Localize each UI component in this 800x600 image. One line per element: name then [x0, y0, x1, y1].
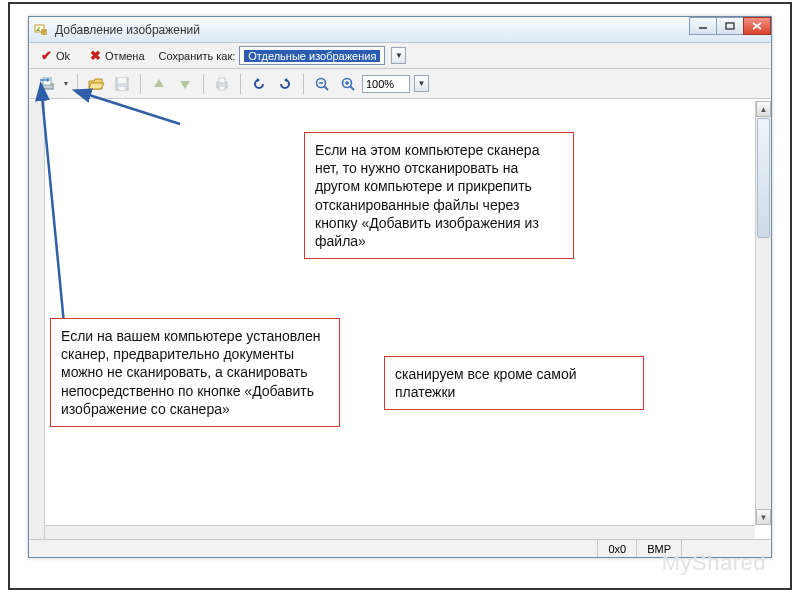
toolbar-image: ▼: [29, 69, 771, 99]
svg-marker-14: [154, 79, 164, 87]
zoom-value-box[interactable]: 100%: [362, 75, 410, 93]
save-as-combo[interactable]: Отдельные изображения: [239, 46, 385, 65]
scanner-dropdown[interactable]: ▼: [61, 72, 71, 96]
separator-icon: [77, 74, 78, 94]
separator-icon: [140, 74, 141, 94]
save-as-value: Отдельные изображения: [244, 50, 380, 62]
cancel-button[interactable]: ✖ Отмена: [84, 46, 150, 66]
svg-line-22: [325, 86, 329, 90]
app-icon: [33, 22, 49, 38]
zoom-dropdown-button[interactable]: ▼: [414, 75, 429, 92]
separator-icon: [203, 74, 204, 94]
ok-button[interactable]: ✔ Ok: [35, 46, 76, 66]
zoom-value: 100%: [366, 78, 394, 90]
watermark: MyShared: [662, 550, 766, 576]
save-as-group: Сохранить как: Отдельные изображения ▼: [159, 46, 407, 65]
maximize-button[interactable]: [716, 17, 744, 35]
svg-line-25: [351, 86, 355, 90]
scroll-down-button[interactable]: ▼: [756, 509, 771, 525]
combo-dropdown-button[interactable]: ▼: [391, 47, 406, 64]
check-icon: ✔: [41, 48, 52, 63]
zoom-in-button[interactable]: [336, 72, 360, 96]
status-dimensions: 0x0: [597, 540, 636, 557]
move-up-button[interactable]: [147, 72, 171, 96]
svg-rect-12: [118, 78, 126, 83]
window-title: Добавление изображений: [55, 23, 200, 37]
svg-marker-15: [180, 81, 190, 89]
svg-rect-2: [41, 29, 47, 35]
callout-has-scanner: Если на вашем компьютере установлен скан…: [50, 318, 340, 427]
slide-frame: Добавление изображений ✔ Ok ✖: [8, 2, 792, 590]
svg-marker-19: [257, 78, 260, 82]
window-controls: [690, 17, 771, 37]
callout-scan-note: сканируем все кроме самой платежки: [384, 356, 644, 410]
svg-rect-17: [219, 78, 225, 83]
toolbar-main: ✔ Ok ✖ Отмена Сохранить как: Отдельные и…: [29, 43, 771, 69]
zoom-out-button[interactable]: [310, 72, 334, 96]
separator-icon: [303, 74, 304, 94]
thumbnail-strip: [29, 101, 45, 539]
print-button[interactable]: [210, 72, 234, 96]
titlebar: Добавление изображений: [29, 17, 771, 43]
close-button[interactable]: [743, 17, 771, 35]
statusbar: 0x0 BMP: [29, 539, 771, 557]
move-down-button[interactable]: [173, 72, 197, 96]
vertical-scrollbar[interactable]: ▲ ▼: [755, 101, 771, 525]
svg-rect-18: [219, 86, 225, 90]
horizontal-scrollbar[interactable]: [45, 525, 755, 539]
callout-no-scanner: Если на этом компьютере сканера нет, то …: [304, 132, 574, 259]
minimize-button[interactable]: [689, 17, 717, 35]
svg-rect-13: [119, 87, 125, 90]
svg-rect-4: [726, 23, 734, 29]
add-from-scanner-button[interactable]: [35, 72, 59, 96]
app-window: Добавление изображений ✔ Ok ✖: [28, 16, 772, 558]
cross-icon: ✖: [90, 48, 101, 63]
rotate-right-button[interactable]: [273, 72, 297, 96]
add-from-file-button[interactable]: [84, 72, 108, 96]
save-button[interactable]: [110, 72, 134, 96]
save-as-label: Сохранить как:: [159, 50, 236, 62]
svg-marker-20: [284, 78, 287, 82]
rotate-left-button[interactable]: [247, 72, 271, 96]
scroll-thumb[interactable]: [757, 118, 770, 238]
scroll-up-button[interactable]: ▲: [756, 101, 771, 117]
separator-icon: [240, 74, 241, 94]
